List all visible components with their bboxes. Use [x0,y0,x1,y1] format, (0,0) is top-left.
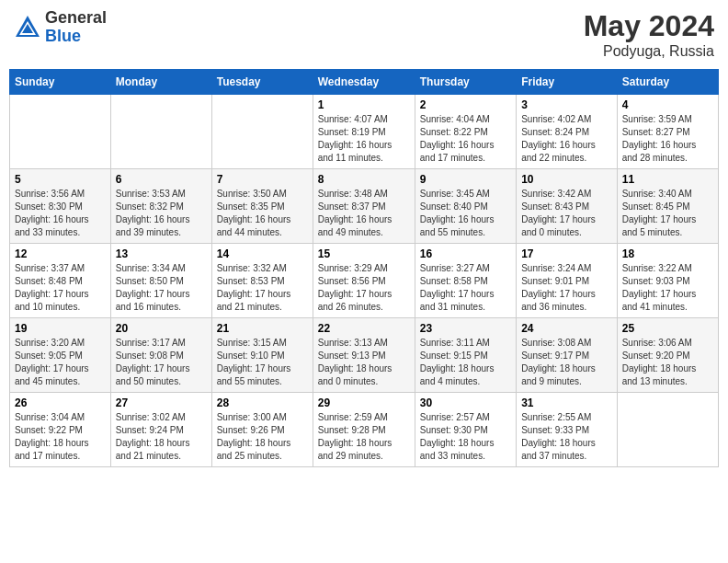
calendar-cell: 15Sunrise: 3:29 AM Sunset: 8:56 PM Dayli… [313,244,415,318]
calendar-table: SundayMondayTuesdayWednesdayThursdayFrid… [9,69,719,467]
day-info: Sunrise: 4:07 AM Sunset: 8:19 PM Dayligh… [318,113,410,165]
day-number: 24 [521,322,612,335]
calendar-cell: 26Sunrise: 3:04 AM Sunset: 9:22 PM Dayli… [10,393,111,467]
day-info: Sunrise: 2:55 AM Sunset: 9:33 PM Dayligh… [521,411,612,463]
day-header-thursday: Thursday [415,70,516,95]
calendar-cell: 30Sunrise: 2:57 AM Sunset: 9:30 PM Dayli… [415,393,516,467]
calendar-cell: 18Sunrise: 3:22 AM Sunset: 9:03 PM Dayli… [617,244,718,318]
calendar-cell: 19Sunrise: 3:20 AM Sunset: 9:05 PM Dayli… [10,318,111,393]
day-info: Sunrise: 3:22 AM Sunset: 9:03 PM Dayligh… [622,262,713,314]
day-info: Sunrise: 3:11 AM Sunset: 9:15 PM Dayligh… [420,337,511,388]
day-number: 16 [420,247,511,260]
day-number: 7 [217,173,308,186]
day-number: 6 [116,173,207,186]
day-number: 11 [622,173,713,186]
day-info: Sunrise: 2:59 AM Sunset: 9:28 PM Dayligh… [318,411,410,463]
day-info: Sunrise: 3:06 AM Sunset: 9:20 PM Dayligh… [622,337,713,388]
day-number: 28 [217,396,308,409]
day-number: 18 [622,247,713,260]
day-number: 1 [318,98,410,111]
calendar-cell: 24Sunrise: 3:08 AM Sunset: 9:17 PM Dayli… [517,318,618,393]
day-info: Sunrise: 3:56 AM Sunset: 8:30 PM Dayligh… [15,188,106,239]
calendar-cell: 20Sunrise: 3:17 AM Sunset: 9:08 PM Dayli… [110,318,211,393]
calendar-cell: 1Sunrise: 4:07 AM Sunset: 8:19 PM Daylig… [313,95,415,169]
day-header-saturday: Saturday [617,70,718,95]
day-header-monday: Monday [110,70,211,95]
calendar-cell [10,95,111,169]
calendar-cell [110,95,211,169]
day-number: 25 [622,322,713,335]
calendar-cell [617,393,718,467]
day-number: 3 [521,98,612,111]
day-number: 10 [521,173,612,186]
day-info: Sunrise: 3:37 AM Sunset: 8:48 PM Dayligh… [15,262,106,314]
calendar-cell: 13Sunrise: 3:34 AM Sunset: 8:50 PM Dayli… [110,244,211,318]
logo: General Blue [14,9,107,46]
day-number: 19 [15,322,106,335]
title-block: May 2024 Podyuga, Russia [584,9,714,60]
day-number: 22 [318,322,410,335]
day-number: 15 [318,247,410,260]
calendar-cell: 25Sunrise: 3:06 AM Sunset: 9:20 PM Dayli… [617,318,718,393]
calendar-cell: 22Sunrise: 3:13 AM Sunset: 9:13 PM Dayli… [313,318,415,393]
day-info: Sunrise: 3:42 AM Sunset: 8:43 PM Dayligh… [521,188,612,239]
calendar-cell: 27Sunrise: 3:02 AM Sunset: 9:24 PM Dayli… [110,393,211,467]
calendar-cell: 21Sunrise: 3:15 AM Sunset: 9:10 PM Dayli… [211,318,313,393]
day-number: 4 [622,98,713,111]
calendar-cell: 3Sunrise: 4:02 AM Sunset: 8:24 PM Daylig… [517,95,618,169]
calendar-cell: 7Sunrise: 3:50 AM Sunset: 8:35 PM Daylig… [211,169,313,244]
day-info: Sunrise: 3:32 AM Sunset: 8:53 PM Dayligh… [217,262,308,314]
calendar-cell: 9Sunrise: 3:45 AM Sunset: 8:40 PM Daylig… [415,169,516,244]
day-number: 20 [116,322,207,335]
day-number: 31 [521,396,612,409]
day-header-sunday: Sunday [10,70,111,95]
calendar-cell: 8Sunrise: 3:48 AM Sunset: 8:37 PM Daylig… [313,169,415,244]
week-row-3: 12Sunrise: 3:37 AM Sunset: 8:48 PM Dayli… [10,244,719,318]
calendar-cell: 6Sunrise: 3:53 AM Sunset: 8:32 PM Daylig… [110,169,211,244]
day-info: Sunrise: 3:24 AM Sunset: 9:01 PM Dayligh… [521,262,612,314]
day-info: Sunrise: 3:17 AM Sunset: 9:08 PM Dayligh… [116,337,207,388]
day-number: 21 [217,322,308,335]
day-number: 27 [116,396,207,409]
day-info: Sunrise: 3:08 AM Sunset: 9:17 PM Dayligh… [521,337,612,388]
day-info: Sunrise: 3:29 AM Sunset: 8:56 PM Dayligh… [318,262,410,314]
day-number: 26 [15,396,106,409]
day-info: Sunrise: 3:45 AM Sunset: 8:40 PM Dayligh… [420,188,511,239]
logo-text: General Blue [45,9,107,46]
day-info: Sunrise: 3:15 AM Sunset: 9:10 PM Dayligh… [217,337,308,388]
location-title: Podyuga, Russia [584,43,714,60]
day-header-tuesday: Tuesday [211,70,313,95]
calendar-cell: 23Sunrise: 3:11 AM Sunset: 9:15 PM Dayli… [415,318,516,393]
calendar-cell [211,95,313,169]
day-number: 29 [318,396,410,409]
header-row: SundayMondayTuesdayWednesdayThursdayFrid… [10,70,719,95]
day-number: 13 [116,247,207,260]
day-number: 2 [420,98,511,111]
day-info: Sunrise: 3:04 AM Sunset: 9:22 PM Dayligh… [15,411,106,463]
day-number: 14 [217,247,308,260]
day-info: Sunrise: 3:20 AM Sunset: 9:05 PM Dayligh… [15,337,106,388]
week-row-1: 1Sunrise: 4:07 AM Sunset: 8:19 PM Daylig… [10,95,719,169]
day-number: 12 [15,247,106,260]
day-number: 30 [420,396,511,409]
calendar-cell: 17Sunrise: 3:24 AM Sunset: 9:01 PM Dayli… [517,244,618,318]
calendar-cell: 10Sunrise: 3:42 AM Sunset: 8:43 PM Dayli… [517,169,618,244]
day-info: Sunrise: 3:50 AM Sunset: 8:35 PM Dayligh… [217,188,308,239]
day-number: 23 [420,322,511,335]
day-info: Sunrise: 4:02 AM Sunset: 8:24 PM Dayligh… [521,113,612,165]
calendar-cell: 31Sunrise: 2:55 AM Sunset: 9:33 PM Dayli… [517,393,618,467]
day-info: Sunrise: 3:48 AM Sunset: 8:37 PM Dayligh… [318,188,410,239]
day-number: 8 [318,173,410,186]
day-info: Sunrise: 3:53 AM Sunset: 8:32 PM Dayligh… [116,188,207,239]
week-row-2: 5Sunrise: 3:56 AM Sunset: 8:30 PM Daylig… [10,169,719,244]
day-info: Sunrise: 3:27 AM Sunset: 8:58 PM Dayligh… [420,262,511,314]
page-header: General Blue May 2024 Podyuga, Russia [9,9,719,60]
calendar-cell: 28Sunrise: 3:00 AM Sunset: 9:26 PM Dayli… [211,393,313,467]
calendar-body: 1Sunrise: 4:07 AM Sunset: 8:19 PM Daylig… [10,95,719,467]
day-info: Sunrise: 3:59 AM Sunset: 8:27 PM Dayligh… [622,113,713,165]
logo-icon [14,14,41,41]
day-number: 17 [521,247,612,260]
logo-general-text: General [45,9,107,28]
day-header-wednesday: Wednesday [313,70,415,95]
day-info: Sunrise: 4:04 AM Sunset: 8:22 PM Dayligh… [420,113,511,165]
